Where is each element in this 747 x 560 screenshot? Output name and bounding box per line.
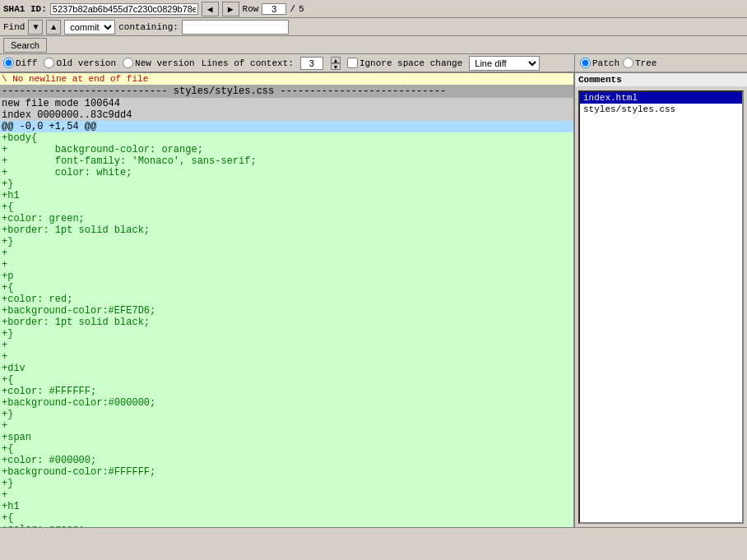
diff-line: + [0,351,573,363]
search-row: Search [0,36,747,54]
old-version-radio-group: Old version [44,58,116,68]
diff-line: +body{ [0,132,573,144]
context-input[interactable] [300,57,323,70]
new-version-radio[interactable] [123,58,133,68]
sha-row: SHA1 ID: ◄ ► Row / 5 [0,0,747,18]
row-total: 5 [299,4,304,14]
context-down-btn[interactable]: ▼ [331,63,341,70]
options-and-controls: Diff Old version New version Lines of co… [0,54,747,73]
patch-tree-row: Patch Tree [574,54,747,72]
diff-line: +} [0,236,573,248]
diff-panel[interactable]: \ No newline at end of file-------------… [0,73,574,527]
diff-line: +} [0,478,573,489]
diff-content: \ No newline at end of file-------------… [0,73,573,527]
diff-line: +h1 [0,190,573,201]
diff-radio-group: Diff [3,58,37,68]
context-up-btn[interactable]: ▲ [331,57,341,63]
diff-line: +border: 1pt solid black; [0,224,573,236]
row-current-input[interactable] [262,3,286,15]
find-label: Find [3,22,25,32]
diff-line: @@ -0,0 +1,54 @@ [0,121,573,132]
diff-line: +h1 [0,501,573,512]
diff-line: +background-color:#FFFFFF; [0,466,573,478]
row-label: Row [243,4,259,14]
diff-radio[interactable] [3,58,14,68]
linediff-select[interactable]: Line diff Markup Side by side Tabular [469,56,540,71]
sha-input[interactable] [50,3,198,15]
diff-line: +background-color:#000000; [0,397,573,409]
next-btn[interactable]: ► [222,2,239,16]
diff-line: +} [0,409,573,420]
tree-radio[interactable] [623,58,633,68]
diff-line: +div [0,363,573,374]
main-body: \ No newline at end of file-------------… [0,73,747,527]
find-row: Find ▼ ▲ commit author file text contain… [0,18,747,36]
search-button[interactable]: Search [3,38,47,53]
diff-line: +color: #FFFFFF; [0,386,573,397]
diff-line: +{ [0,282,573,294]
diff-options-row: Diff Old version New version Lines of co… [0,54,574,72]
find-up-btn[interactable]: ▲ [46,20,61,35]
diff-line: + [0,259,573,271]
diff-line: +color: #000000; [0,455,573,466]
patch-radio[interactable] [580,58,591,68]
context-label: Lines of context: [202,58,294,68]
diff-line: +{ [0,374,573,386]
context-spinner[interactable]: ▲ ▼ [331,57,341,70]
diff-line: + [0,420,573,432]
commit-type-select[interactable]: commit author file text [64,20,115,35]
diff-line: new file mode 100644 [0,98,573,109]
old-version-label[interactable]: Old version [56,58,116,68]
main-content: Diff Old version New version Lines of co… [0,54,747,542]
diff-line: ---------------------------- styles/styl… [0,85,573,98]
status-bar [0,527,747,542]
diff-line: index 0000000..83c9dd4 [0,109,573,121]
diff-line: +color: green; [0,524,573,527]
right-panel: Comments index.htmlstyles/styles.css [574,73,747,527]
diff-line: + font-family: 'Monaco', sans-serif; [0,155,573,167]
diff-line: +span [0,432,573,443]
diff-line: +} [0,328,573,340]
diff-line: +p [0,271,573,282]
sha-label: SHA1 ID: [3,4,47,14]
ignore-space-label[interactable]: Ignore space change [347,58,462,68]
diff-line: +border: 1pt solid black; [0,317,573,328]
diff-line: +color: red; [0,294,573,305]
ignore-space-checkbox[interactable] [347,58,358,68]
comments-label: Comments [575,73,747,87]
diff-line: + [0,340,573,351]
find-down-btn[interactable]: ▼ [28,20,43,35]
prev-btn[interactable]: ◄ [202,2,219,16]
diff-line: +{ [0,201,573,213]
diff-line: + background-color: orange; [0,144,573,155]
new-version-radio-group: New version [123,58,195,68]
diff-line: + [0,248,573,259]
file-item[interactable]: index.html [580,92,742,104]
containing-input[interactable] [182,20,289,35]
row-sep: / [290,4,295,14]
diff-line: +background-color:#EFE7D6; [0,305,573,317]
diff-label[interactable]: Diff [16,58,37,68]
patch-radio-label[interactable]: Patch [580,58,619,68]
file-item[interactable]: styles/styles.css [580,104,742,115]
file-list: index.htmlstyles/styles.css [578,90,744,524]
diff-line: \ No newline at end of file [0,73,573,85]
diff-line: + color: white; [0,167,573,178]
diff-line: +{ [0,512,573,524]
new-version-label[interactable]: New version [135,58,195,68]
diff-line: +color: green; [0,213,573,224]
diff-line: + [0,489,573,501]
diff-line: +} [0,178,573,190]
containing-label: containing: [118,22,179,32]
tree-radio-label[interactable]: Tree [623,58,657,68]
old-version-radio[interactable] [44,58,54,68]
diff-line: +{ [0,443,573,455]
